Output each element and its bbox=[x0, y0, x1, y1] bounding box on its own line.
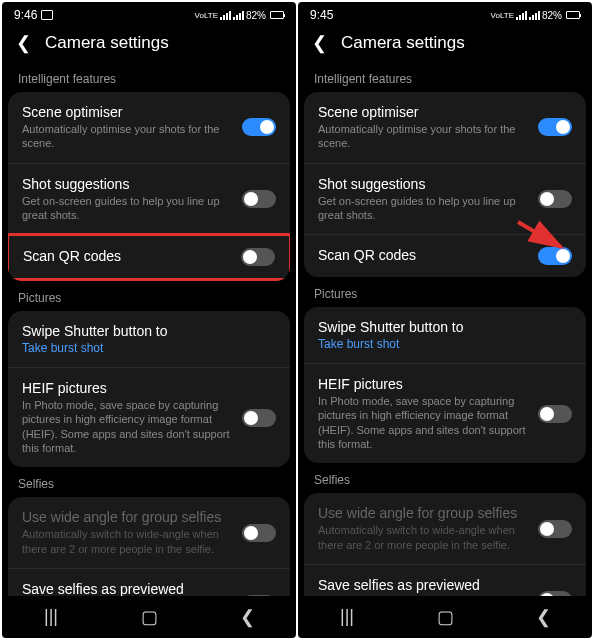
item-title: Shot suggestions bbox=[318, 176, 530, 192]
nav-recents[interactable]: ||| bbox=[317, 606, 377, 628]
toggle-preview[interactable] bbox=[538, 591, 572, 596]
toggle-shot[interactable] bbox=[538, 190, 572, 208]
network-label: VoLTE bbox=[195, 11, 218, 20]
phone-left: 9:46 VoLTE 82% ❮ Camera settings Intelli… bbox=[2, 2, 296, 638]
toggle-wide[interactable] bbox=[538, 520, 572, 538]
item-wide-angle: Use wide angle for group selfies Automat… bbox=[304, 493, 586, 565]
item-title: Swipe Shutter button to bbox=[22, 323, 268, 339]
card-selfies: Use wide angle for group selfies Automat… bbox=[304, 493, 586, 596]
clock: 9:45 bbox=[310, 8, 333, 22]
section-label-pictures: Pictures bbox=[304, 277, 586, 307]
toggle-shot[interactable] bbox=[242, 190, 276, 208]
section-label-intelligent: Intelligent features bbox=[304, 62, 586, 92]
item-title: Scan QR codes bbox=[318, 247, 530, 263]
item-title: Save selfies as previewed bbox=[22, 581, 234, 596]
item-shot-suggestions[interactable]: Shot suggestions Get on-screen guides to… bbox=[8, 164, 290, 236]
item-title: HEIF pictures bbox=[318, 376, 530, 392]
item-title: Save selfies as previewed bbox=[318, 577, 530, 593]
item-save-selfies[interactable]: Save selfies as previewed Save selfies a… bbox=[304, 565, 586, 596]
card-intelligent: Scene optimiser Automatically optimise y… bbox=[304, 92, 586, 277]
item-desc: Automatically optimise your shots for th… bbox=[22, 122, 234, 151]
nav-recents[interactable]: ||| bbox=[21, 606, 81, 628]
item-title: Shot suggestions bbox=[22, 176, 234, 192]
item-swipe-shutter[interactable]: Swipe Shutter button to Take burst shot bbox=[304, 307, 586, 364]
item-title: Scene optimiser bbox=[22, 104, 234, 120]
toggle-preview[interactable] bbox=[242, 595, 276, 596]
item-link: Take burst shot bbox=[318, 337, 564, 351]
signal-icon bbox=[516, 11, 527, 20]
navbar: ||| ▢ ❮ bbox=[298, 596, 592, 638]
section-label-selfies: Selfies bbox=[8, 467, 290, 497]
back-icon[interactable]: ❮ bbox=[312, 32, 327, 54]
header: ❮ Camera settings bbox=[2, 24, 296, 62]
page-title: Camera settings bbox=[45, 33, 169, 53]
item-desc: In Photo mode, save space by capturing p… bbox=[22, 398, 234, 455]
item-title: Swipe Shutter button to bbox=[318, 319, 564, 335]
card-selfies: Use wide angle for group selfies Automat… bbox=[8, 497, 290, 596]
item-scene-optimiser[interactable]: Scene optimiser Automatically optimise y… bbox=[8, 92, 290, 164]
phone-right: 9:45 VoLTE 82% ❮ Camera settings Intelli… bbox=[298, 2, 592, 638]
card-intelligent: Scene optimiser Automatically optimise y… bbox=[8, 92, 290, 281]
section-label-intelligent: Intelligent features bbox=[8, 62, 290, 92]
item-desc: Get on-screen guides to help you line up… bbox=[22, 194, 234, 223]
item-desc: Automatically switch to wide-angle when … bbox=[22, 527, 234, 556]
toggle-heif[interactable] bbox=[242, 409, 276, 427]
toggle-wide[interactable] bbox=[242, 524, 276, 542]
battery-pct: 82% bbox=[542, 10, 562, 21]
item-wide-angle: Use wide angle for group selfies Automat… bbox=[8, 497, 290, 569]
navbar: ||| ▢ ❮ bbox=[2, 596, 296, 638]
statusbar: 9:46 VoLTE 82% bbox=[2, 2, 296, 24]
item-desc: Get on-screen guides to help you line up… bbox=[318, 194, 530, 223]
card-pictures: Swipe Shutter button to Take burst shot … bbox=[304, 307, 586, 463]
item-desc: Automatically optimise your shots for th… bbox=[318, 122, 530, 151]
item-title: Use wide angle for group selfies bbox=[22, 509, 234, 525]
card-pictures: Swipe Shutter button to Take burst shot … bbox=[8, 311, 290, 467]
toggle-qr[interactable] bbox=[538, 247, 572, 265]
content: Intelligent features Scene optimiser Aut… bbox=[298, 62, 592, 596]
item-title: Scene optimiser bbox=[318, 104, 530, 120]
battery-pct: 82% bbox=[246, 10, 266, 21]
toggle-scene[interactable] bbox=[242, 118, 276, 136]
statusbar: 9:45 VoLTE 82% bbox=[298, 2, 592, 24]
section-label-selfies: Selfies bbox=[304, 463, 586, 493]
item-swipe-shutter[interactable]: Swipe Shutter button to Take burst shot bbox=[8, 311, 290, 368]
battery-icon bbox=[270, 11, 284, 19]
toggle-qr[interactable] bbox=[241, 248, 275, 266]
clock: 9:46 bbox=[14, 8, 37, 22]
nav-home[interactable]: ▢ bbox=[119, 606, 179, 628]
back-icon[interactable]: ❮ bbox=[16, 32, 31, 54]
item-heif[interactable]: HEIF pictures In Photo mode, save space … bbox=[304, 364, 586, 463]
nav-back[interactable]: ❮ bbox=[217, 606, 277, 628]
section-label-pictures: Pictures bbox=[8, 281, 290, 311]
item-desc: Automatically switch to wide-angle when … bbox=[318, 523, 530, 552]
header: ❮ Camera settings bbox=[298, 24, 592, 62]
item-title: Use wide angle for group selfies bbox=[318, 505, 530, 521]
item-title: Scan QR codes bbox=[23, 248, 233, 264]
highlight-qr: Scan QR codes bbox=[8, 233, 290, 281]
item-link: Take burst shot bbox=[22, 341, 268, 355]
signal-icon bbox=[220, 11, 231, 20]
toggle-heif[interactable] bbox=[538, 405, 572, 423]
item-desc: In Photo mode, save space by capturing p… bbox=[318, 394, 530, 451]
network-label: VoLTE bbox=[491, 11, 514, 20]
item-save-selfies[interactable]: Save selfies as previewed Save selfies a… bbox=[8, 569, 290, 596]
nav-home[interactable]: ▢ bbox=[415, 606, 475, 628]
item-shot-suggestions[interactable]: Shot suggestions Get on-screen guides to… bbox=[304, 164, 586, 236]
item-heif[interactable]: HEIF pictures In Photo mode, save space … bbox=[8, 368, 290, 467]
item-scene-optimiser[interactable]: Scene optimiser Automatically optimise y… bbox=[304, 92, 586, 164]
page-title: Camera settings bbox=[341, 33, 465, 53]
signal-icon bbox=[233, 11, 244, 20]
image-icon bbox=[41, 10, 53, 20]
item-scan-qr[interactable]: Scan QR codes bbox=[9, 236, 289, 278]
item-title: HEIF pictures bbox=[22, 380, 234, 396]
content: Intelligent features Scene optimiser Aut… bbox=[2, 62, 296, 596]
signal-icon bbox=[529, 11, 540, 20]
toggle-scene[interactable] bbox=[538, 118, 572, 136]
battery-icon bbox=[566, 11, 580, 19]
item-scan-qr[interactable]: Scan QR codes bbox=[304, 235, 586, 277]
nav-back[interactable]: ❮ bbox=[513, 606, 573, 628]
